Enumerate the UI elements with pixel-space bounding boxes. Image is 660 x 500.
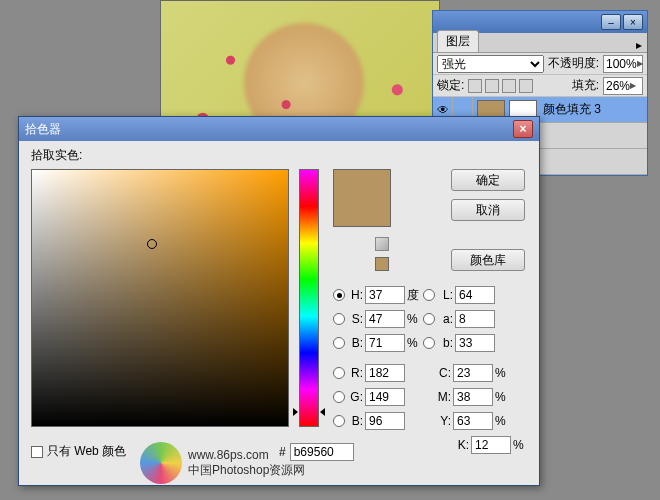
opacity-input[interactable]: 100%▶	[603, 55, 643, 73]
color-libraries-button[interactable]: 颜色库	[451, 249, 525, 271]
blend-mode-select[interactable]: 强光	[437, 55, 544, 73]
chevron-right-icon[interactable]: ▶	[637, 59, 643, 68]
lock-transparency-icon[interactable]	[468, 79, 482, 93]
picker-title: 拾色器	[25, 121, 61, 138]
cube-icon[interactable]	[375, 237, 389, 251]
close-button[interactable]: ×	[623, 14, 643, 30]
s-input[interactable]	[365, 310, 405, 328]
saturation-value-field[interactable]	[31, 169, 289, 427]
opacity-label: 不透明度:	[548, 55, 599, 72]
radio-r[interactable]	[333, 367, 345, 379]
radio-bl[interactable]	[333, 415, 345, 427]
color-value-fields: H: 度 L: S: % a: B: % b: R: C: %	[333, 283, 529, 457]
l-input[interactable]	[455, 286, 495, 304]
lab-b-input[interactable]	[455, 334, 495, 352]
lock-position-icon[interactable]	[502, 79, 516, 93]
fill-label: 填充:	[572, 77, 599, 94]
tab-layers[interactable]: 图层	[437, 30, 479, 52]
g-input[interactable]	[365, 388, 405, 406]
picker-titlebar[interactable]: 拾色器 ×	[19, 117, 539, 141]
minimize-button[interactable]: –	[601, 14, 621, 30]
lock-image-icon[interactable]	[485, 79, 499, 93]
lock-all-icon[interactable]	[519, 79, 533, 93]
chevron-right-icon[interactable]: ▶	[630, 81, 640, 90]
r-input[interactable]	[365, 364, 405, 382]
y-input[interactable]	[453, 412, 493, 430]
h-input[interactable]	[365, 286, 405, 304]
radio-g[interactable]	[333, 391, 345, 403]
radio-lab-b[interactable]	[423, 337, 435, 349]
watermark: www.86ps.com 中国Photoshop资源网	[140, 438, 420, 488]
current-color-swatch[interactable]	[334, 198, 390, 226]
new-color-swatch[interactable]	[334, 170, 390, 198]
radio-b[interactable]	[333, 337, 345, 349]
m-input[interactable]	[453, 388, 493, 406]
lock-label: 锁定:	[437, 77, 464, 94]
color-marker[interactable]	[147, 239, 157, 249]
k-input[interactable]	[471, 436, 511, 454]
color-picker-dialog: 拾色器 × 拾取实色: 确定 取消 颜色库 H: 度 L: S: % a:	[18, 116, 540, 486]
layer-name[interactable]: 颜色填充 3	[541, 101, 647, 118]
web-only-label: 只有 Web 颜色	[47, 443, 126, 460]
logo-icon	[140, 442, 182, 484]
a-input[interactable]	[455, 310, 495, 328]
bright-input[interactable]	[365, 334, 405, 352]
cancel-button[interactable]: 取消	[451, 199, 525, 221]
web-only-checkbox[interactable]	[31, 446, 43, 458]
b-input[interactable]	[365, 412, 405, 430]
fill-input[interactable]: 26%▶	[603, 77, 643, 95]
pick-solid-label: 拾取实色:	[31, 147, 82, 164]
radio-h[interactable]	[333, 289, 345, 301]
close-icon[interactable]: ×	[513, 120, 533, 138]
hue-slider-thumb[interactable]	[295, 408, 323, 416]
radio-l[interactable]	[423, 289, 435, 301]
radio-a[interactable]	[423, 313, 435, 325]
websafe-swatch[interactable]	[375, 257, 389, 271]
panel-menu-icon[interactable]: ▸	[631, 38, 647, 52]
color-swatch	[333, 169, 391, 227]
radio-s[interactable]	[333, 313, 345, 325]
c-input[interactable]	[453, 364, 493, 382]
hue-slider[interactable]	[299, 169, 319, 427]
ok-button[interactable]: 确定	[451, 169, 525, 191]
